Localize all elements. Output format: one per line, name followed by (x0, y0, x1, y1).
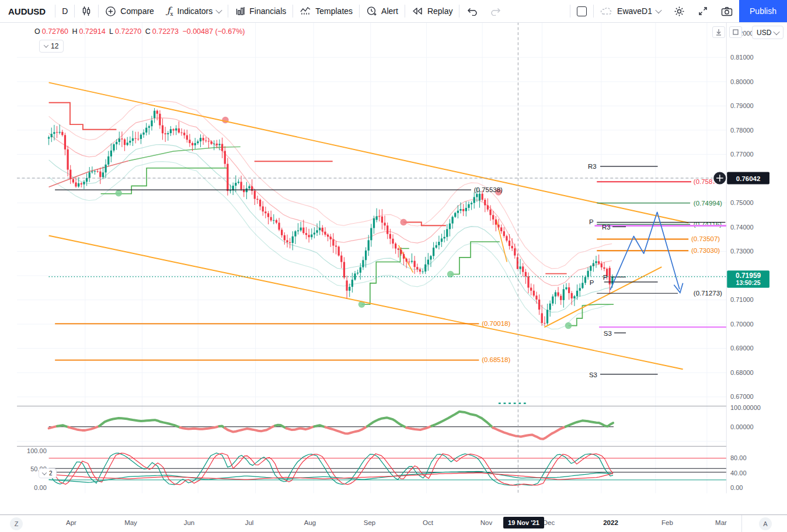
fullscreen-button[interactable] (691, 0, 715, 22)
time-axis-label: Dec (543, 519, 555, 526)
candle-body (449, 224, 451, 230)
candle-body (53, 132, 55, 134)
snapshot-button[interactable] (715, 0, 739, 22)
zoom-out-button[interactable]: Z (10, 517, 23, 530)
indicators-button[interactable]: ƒx Indicators (161, 0, 228, 22)
symbol-label: AUDUSD (8, 6, 46, 16)
pane-down-button[interactable] (712, 26, 725, 38)
candle-body (267, 213, 269, 217)
candle-body (72, 179, 74, 183)
candle-body (357, 273, 358, 273)
auto-scale-button[interactable]: A (759, 517, 772, 530)
candle-body (284, 235, 285, 241)
price-tick-label: 0.69000 (730, 345, 754, 352)
financials-label: Financials (249, 6, 286, 16)
close-value: 0.72273 (152, 27, 179, 36)
interval-button[interactable]: D (55, 0, 74, 22)
candle-body (51, 134, 53, 137)
replay-button[interactable]: Replay (405, 0, 459, 22)
countdown-label: 13:50:25 (736, 279, 761, 286)
high-label: H (72, 27, 77, 36)
candle-body (127, 142, 128, 145)
candle-body (514, 248, 516, 255)
level-label: (0.70018) (482, 320, 510, 327)
candle-body (465, 208, 467, 211)
last-price-label: 0.71959 (736, 272, 761, 280)
wave-oscillator-line (367, 418, 406, 427)
candle-body (254, 191, 256, 199)
level-label: (0.75538) (474, 186, 503, 193)
financials-button[interactable]: Financials (228, 0, 292, 22)
candle-body (522, 266, 524, 272)
candle-body (289, 242, 291, 243)
multichart-layout-button[interactable] (570, 0, 593, 22)
chevron-down-icon (774, 28, 780, 34)
settings-button[interactable] (667, 0, 691, 22)
candle-body (349, 287, 350, 291)
open-label: O (34, 27, 40, 36)
candle-body (221, 144, 223, 151)
gear-icon (674, 6, 685, 17)
price-tick-label: 0.81000 (730, 54, 754, 61)
crosshair-price-label: 0.76042 (736, 175, 760, 182)
indicators-label: Indicators (177, 6, 213, 16)
candle-body (99, 172, 101, 178)
candle-body (175, 128, 177, 131)
publish-button[interactable]: Publish (739, 0, 787, 22)
candle-body (579, 288, 581, 291)
templates-button[interactable]: Templates (293, 0, 359, 22)
candle-body (172, 129, 174, 130)
candle-body (552, 297, 553, 304)
chart-style-button[interactable] (75, 0, 98, 22)
candle-body (302, 228, 304, 234)
templates-icon (300, 6, 311, 16)
candle-body (351, 280, 353, 287)
stoch-count-label: 2 (49, 470, 53, 477)
red-step-line (49, 103, 117, 130)
candle-body (311, 235, 312, 238)
wave-oscillator-line (566, 420, 613, 426)
candle-body (305, 233, 307, 235)
candle-body (601, 263, 603, 267)
stoch-tick-label: 0.00 (730, 484, 743, 491)
candle-body (497, 225, 499, 228)
top-toolbar: AUDUSD D Compare ƒx Indicators (0, 0, 787, 23)
cloud-layout-button[interactable]: EwaveD1 (594, 0, 667, 22)
publish-label: Publish (750, 6, 776, 16)
chevron-down-icon (42, 470, 47, 475)
trendline[interactable] (49, 82, 689, 222)
stoch-tick-label: 40.00 (730, 470, 747, 477)
currency-selector[interactable]: USD (752, 26, 783, 39)
alert-label: Alert (381, 6, 398, 16)
candle-body (365, 251, 367, 260)
candle-body (162, 126, 163, 134)
undo-button[interactable] (459, 0, 484, 22)
time-axis-label: Mar (715, 519, 727, 526)
candle-body (197, 141, 199, 143)
price-tick-label: 0.75000 (730, 199, 754, 206)
redo-button[interactable] (484, 0, 509, 22)
chart-canvas[interactable]: (0.75871)(0.74994)(0.74116)(0.73507)(0.7… (0, 22, 787, 514)
pane-maximize-button[interactable] (729, 26, 742, 38)
templates-label: Templates (315, 6, 353, 16)
stoch-collapse-chip[interactable]: 2 (39, 468, 57, 478)
level-label: (0.73030) (691, 247, 720, 254)
wave-oscillator-line (325, 426, 367, 433)
symbol-button[interactable]: AUDUSD (0, 0, 55, 22)
price-tick-label: 0.67000 (730, 394, 754, 401)
add-order-plus-button[interactable] (713, 171, 726, 185)
candle-body (457, 211, 459, 213)
compare-button[interactable]: Compare (99, 0, 161, 22)
candle-body (78, 183, 79, 187)
candle-body (584, 277, 586, 283)
compare-plus-icon (105, 6, 116, 17)
pane-controls (712, 26, 742, 38)
alert-button[interactable]: Alert (360, 0, 405, 22)
pivot-label: R3 (588, 163, 597, 170)
currency-label: USD (757, 29, 771, 37)
time-axis[interactable]: AprMayJunJulAugSepOctNovDec2022FebMar19 … (0, 514, 787, 532)
candle-body (354, 273, 356, 280)
compare-label: Compare (120, 6, 154, 16)
candle-body (587, 271, 589, 277)
indicators-collapse-chip[interactable]: 12 (39, 40, 64, 53)
